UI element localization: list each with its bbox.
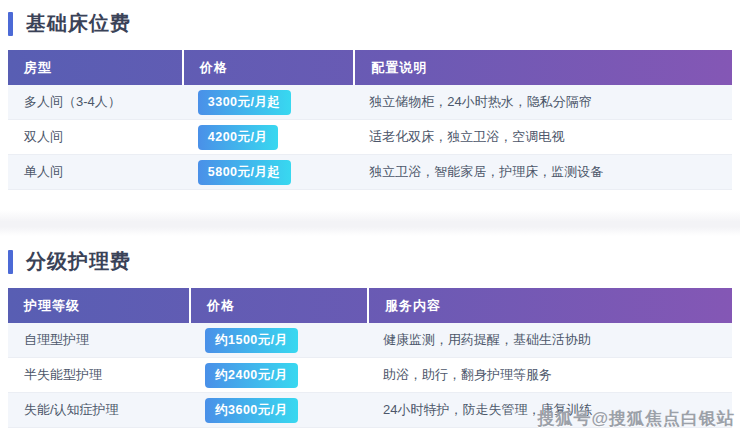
config-cell: 独立储物柜，24小时热水，隐私分隔帘 (353, 93, 732, 111)
price-badge: 约1500元/月 (205, 328, 298, 353)
room-type-cell: 多人间（3-4人） (8, 93, 182, 111)
section-title: 基础床位费 (26, 10, 131, 37)
price-cell: 3300元/月起 (182, 90, 354, 115)
service-cell: 健康监测，用药提醒，基础生活协助 (367, 331, 732, 349)
table-row: 自理型护理 约1500元/月 健康监测，用药提醒，基础生活协助 (8, 323, 732, 358)
basic-bed-fee-table: 房型 价格 配置说明 多人间（3-4人） 3300元/月起 独立储物柜，24小时… (8, 50, 732, 190)
config-cell: 独立卫浴，智能家居，护理床，监测设备 (353, 163, 732, 181)
section-title: 分级护理费 (26, 248, 131, 275)
table-row: 单人间 5800元/月起 独立卫浴，智能家居，护理床，监测设备 (8, 155, 732, 190)
price-cell: 约1500元/月 (189, 328, 367, 353)
section-divider (0, 210, 740, 236)
column-header-price: 价格 (182, 50, 354, 85)
price-badge: 4200元/月 (198, 125, 278, 150)
care-level-cell: 失能/认知症护理 (8, 401, 189, 419)
column-header-price: 价格 (189, 288, 367, 323)
title-accent-bar (8, 12, 13, 36)
table-header-row: 房型 价格 配置说明 (8, 50, 732, 85)
section-title-row: 基础床位费 (8, 10, 732, 37)
column-header-room-type: 房型 (8, 50, 182, 85)
section-title-row: 分级护理费 (8, 248, 732, 275)
table-row: 双人间 4200元/月 适老化双床，独立卫浴，空调电视 (8, 120, 732, 155)
price-badge: 约2400元/月 (205, 363, 298, 388)
config-cell: 适老化双床，独立卫浴，空调电视 (353, 128, 732, 146)
sohu-watermark: 搜狐号@搜狐焦点白银站 (537, 407, 735, 430)
section-basic-bed-fee: 基础床位费 房型 价格 配置说明 多人间（3-4人） 3300元/月起 独立储物… (0, 0, 740, 190)
column-header-care-level: 护理等级 (8, 288, 189, 323)
table-row: 多人间（3-4人） 3300元/月起 独立储物柜，24小时热水，隐私分隔帘 (8, 85, 732, 120)
column-header-service: 服务内容 (367, 288, 732, 323)
price-cell: 约2400元/月 (189, 363, 367, 388)
price-badge: 约3600元/月 (205, 398, 298, 423)
price-badge: 5800元/月起 (198, 160, 291, 185)
care-level-cell: 半失能型护理 (8, 366, 189, 384)
price-cell: 约3600元/月 (189, 398, 367, 423)
column-header-config: 配置说明 (353, 50, 732, 85)
room-type-cell: 双人间 (8, 128, 182, 146)
title-accent-bar (8, 250, 13, 274)
price-cell: 4200元/月 (182, 125, 354, 150)
room-type-cell: 单人间 (8, 163, 182, 181)
price-cell: 5800元/月起 (182, 160, 354, 185)
service-cell: 助浴，助行，翻身护理等服务 (367, 366, 732, 384)
section-graded-care-fee: 分级护理费 护理等级 价格 服务内容 自理型护理 约1500元/月 健康监测，用… (0, 236, 740, 428)
table-row: 半失能型护理 约2400元/月 助浴，助行，翻身护理等服务 (8, 358, 732, 393)
care-level-cell: 自理型护理 (8, 331, 189, 349)
table-header-row: 护理等级 价格 服务内容 (8, 288, 732, 323)
price-badge: 3300元/月起 (198, 90, 291, 115)
